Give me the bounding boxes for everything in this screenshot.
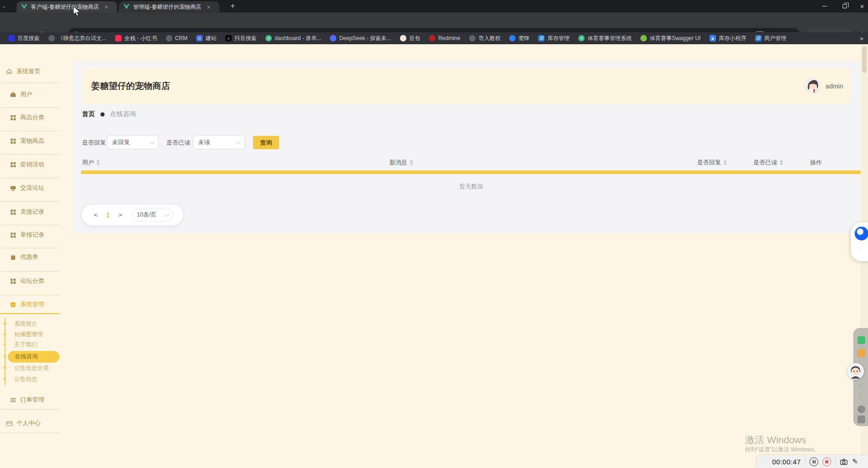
sidebar-item-home[interactable]: 系统首页: [0, 66, 61, 77]
bookmark-favicon: [640, 35, 647, 41]
sidebar-item-label: 订单管理: [20, 396, 44, 404]
sidebar-item-label: 举报记录: [20, 231, 44, 239]
bookmark-item[interactable]: 体育赛事Swagger UI: [637, 34, 704, 43]
page-title: 姜糖望仔的宠物商店: [91, 80, 170, 92]
bookmark-item[interactable]: DeepSeek - 探索未...: [326, 34, 395, 43]
circle-extension-icon[interactable]: [855, 227, 868, 240]
filter-reply-select[interactable]: 未回复: [107, 135, 158, 149]
user-block[interactable]: admin: [804, 77, 843, 95]
tab-search-icon[interactable]: ⌄: [2, 3, 6, 9]
browser-tab-admin[interactable]: 管理端-姜糖望仔的宠物商店 ×: [119, 1, 219, 12]
sidebar-divider: [1, 154, 59, 155]
bookmark-item[interactable]: 田库存管理: [534, 34, 573, 43]
sidebar-item-promotions[interactable]: 促销活动: [0, 159, 61, 170]
sidebar-item-goods-category[interactable]: 商品分类: [0, 112, 61, 123]
bookmark-item[interactable]: 《聊斋志异白话文...: [45, 34, 110, 43]
submenu-item-notice-category[interactable]: 公告信息分类: [14, 363, 49, 373]
windows-activation-watermark: 激活 Windows: [745, 433, 806, 446]
submenu-label: 在线咨询: [15, 353, 38, 361]
arrow-up-icon[interactable]: ↑: [859, 382, 862, 389]
arrow-down-icon[interactable]: ↓: [859, 393, 862, 400]
sidebar-item-forum[interactable]: 交流论坛: [0, 182, 61, 193]
window-minimize-button[interactable]: [815, 0, 834, 12]
scrollbar-thumb[interactable]: [862, 46, 867, 73]
browser-toolbar: ← → ↻ ⌂ ⓘ localhost:8080/springbootu6ger…: [0, 12, 868, 32]
search-button[interactable]: 查询: [253, 136, 279, 149]
sort-icon[interactable]: [410, 160, 413, 165]
extension-float-widget[interactable]: ∷: [851, 222, 868, 261]
bookmark-item[interactable]: CRM: [162, 34, 191, 42]
bookmark-item[interactable]: 爱降: [505, 34, 533, 43]
sidebar-item-report-records[interactable]: 举报记录: [0, 229, 61, 240]
bookmark-item[interactable]: G建站: [193, 34, 220, 43]
bookmark-item[interactable]: Redmine: [425, 34, 464, 42]
submenu-item-system-intro[interactable]: 系统简介: [14, 319, 37, 328]
page-size-select[interactable]: 10条/页: [132, 209, 173, 222]
column-header-replied[interactable]: 是否回复: [697, 158, 727, 167]
submenu-item-carousel[interactable]: 轮播图管理: [14, 330, 43, 339]
drag-handle-icon[interactable]: ∷: [858, 247, 863, 253]
camera-icon[interactable]: [840, 458, 848, 465]
column-header-new-message[interactable]: 新消息: [389, 158, 413, 167]
window-close-button[interactable]: ×: [852, 0, 868, 12]
filter-read-select[interactable]: 未读: [193, 135, 245, 149]
sidebar-item-recharge-records[interactable]: 充值记录: [0, 206, 61, 217]
dock-gray-icon[interactable]: [857, 415, 865, 423]
sidebar-item-forum-category[interactable]: 论坛分类: [0, 275, 61, 287]
next-page-button[interactable]: >: [118, 211, 122, 218]
tab-close-icon[interactable]: ×: [105, 4, 108, 11]
sidebar-divider: [1, 433, 59, 433]
dock-green-icon[interactable]: [857, 336, 865, 344]
presenter-avatar[interactable]: [847, 363, 864, 380]
bookmark-item[interactable]: 全栈 - 小红书: [111, 34, 161, 43]
screen-recorder-bar[interactable]: ⋮⋮ 00:00:47 ✎: [757, 455, 868, 468]
new-tab-button[interactable]: +: [230, 1, 235, 11]
bookmark-favicon: V: [578, 35, 585, 41]
bookmark-item[interactable]: 导入教程: [465, 34, 504, 43]
prev-page-button[interactable]: <: [94, 211, 98, 218]
sort-icon[interactable]: [780, 160, 783, 165]
browser-tab-client[interactable]: 客户端-姜糖望仔的宠物商店 ×: [17, 1, 117, 12]
page-number[interactable]: 1: [106, 211, 110, 219]
bookmark-favicon: [509, 35, 516, 41]
column-header-read[interactable]: 是否已读: [753, 158, 783, 167]
window-restore-button[interactable]: [835, 0, 854, 12]
avatar[interactable]: [804, 77, 821, 95]
submenu-item-online-chat-active[interactable]: 在线咨询: [8, 351, 59, 363]
dock-gray-icon[interactable]: [857, 405, 865, 413]
breadcrumb-separator-dot: [100, 112, 105, 117]
dock-orange-icon[interactable]: [857, 349, 865, 357]
sidebar-item-order-management[interactable]: 订单管理: [0, 394, 61, 405]
sidebar-item-system-management[interactable]: 系统管理: [0, 299, 61, 310]
bookmark-item[interactable]: Vdashboard - 录单...: [262, 34, 325, 43]
column-header-user[interactable]: 用户: [82, 158, 100, 167]
stop-button[interactable]: [822, 457, 831, 466]
column-header-actions: 操作: [810, 158, 822, 167]
sort-icon[interactable]: [96, 160, 100, 165]
bookmark-item[interactable]: 田商户管理: [751, 34, 790, 43]
recording-time: 00:00:47: [772, 458, 801, 466]
sidebar-item-personal-center[interactable]: 个人中心: [0, 418, 61, 429]
recorder-drag-handle[interactable]: ⋮⋮: [761, 459, 768, 464]
bookmark-item[interactable]: 百度搜索: [5, 34, 43, 43]
breadcrumb-home[interactable]: 首页: [82, 110, 95, 118]
pause-button[interactable]: [809, 457, 818, 466]
tab-close-icon[interactable]: ×: [207, 4, 211, 11]
submenu-item-notice-info[interactable]: 公告信息: [14, 374, 37, 384]
bookmarks-overflow-icon[interactable]: »: [860, 35, 863, 42]
sidebar-item-users[interactable]: 用户: [0, 89, 61, 100]
recorder-dock[interactable]: ↑ ↓: [853, 328, 868, 426]
submenu-item-about-us[interactable]: 关于我们: [14, 340, 37, 349]
bookmark-item[interactable]: ♪抖音搜索: [222, 34, 260, 43]
sort-icon[interactable]: [723, 160, 727, 165]
vue-logo-icon: [123, 4, 129, 10]
bookmark-label: 豆包: [409, 35, 420, 42]
sidebar-item-pet-goods[interactable]: 宠物商品: [0, 135, 61, 146]
bookmark-item[interactable]: ▲库存小程序: [706, 34, 750, 43]
bookmark-item[interactable]: 豆包: [396, 34, 424, 43]
vue-logo-icon: [21, 4, 27, 10]
bookmark-item[interactable]: V体育赛事管理系统: [575, 34, 635, 43]
restore-icon: [843, 4, 847, 8]
pencil-icon[interactable]: ✎: [852, 457, 858, 466]
sidebar-item-coupons[interactable]: 优惠券: [0, 252, 61, 263]
